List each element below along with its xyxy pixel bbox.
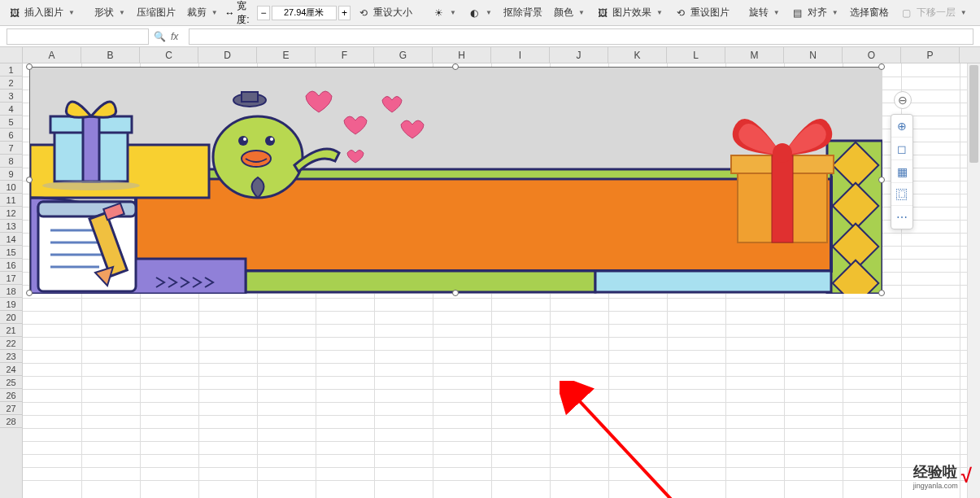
column-header[interactable]: B xyxy=(81,47,140,63)
resize-handle-tl[interactable] xyxy=(26,63,33,70)
resize-handle-tm[interactable] xyxy=(452,63,459,70)
row-header[interactable]: 8 xyxy=(0,155,22,168)
color-label: 颜色 xyxy=(554,6,573,20)
resize-handle-br[interactable] xyxy=(878,290,885,296)
fx-icon[interactable]: fx xyxy=(171,31,184,42)
row-header[interactable]: 22 xyxy=(0,337,22,350)
resize-handle-bm[interactable] xyxy=(452,290,459,296)
cell-grid[interactable] xyxy=(23,63,980,498)
column-header[interactable]: H xyxy=(433,47,491,63)
remove-bg-button[interactable]: 抠除背景 xyxy=(499,4,547,21)
row-headers: 1234567891011121314151617181920212223242… xyxy=(0,63,23,498)
row-header[interactable]: 15 xyxy=(0,246,22,259)
row-header[interactable]: 14 xyxy=(0,233,22,246)
row-header[interactable]: 28 xyxy=(0,415,22,428)
row-header[interactable]: 24 xyxy=(0,363,22,376)
row-header[interactable]: 3 xyxy=(0,90,22,103)
copy-float-button[interactable]: ⿴ xyxy=(891,183,912,206)
name-box[interactable] xyxy=(7,28,149,45)
row-header[interactable]: 5 xyxy=(0,116,22,129)
floating-image-toolbar: ⊕ ◻ ▦ ⿴ ⋯ xyxy=(891,114,913,229)
row-header[interactable]: 4 xyxy=(0,103,22,116)
width-increase-button[interactable]: + xyxy=(338,6,351,20)
rotate-button[interactable]: 旋转 ▼ xyxy=(744,4,785,21)
row-header[interactable]: 26 xyxy=(0,389,22,402)
ribbon-toolbar: 🖼 插入图片 ▼ 形状 ▼ 压缩图片 裁剪 ▼ ↔ 宽度: − + ⟲ 重设大小… xyxy=(0,0,980,26)
resize-handle-bl[interactable] xyxy=(26,290,33,296)
row-header[interactable]: 11 xyxy=(0,194,22,207)
search-icon[interactable]: 🔍 xyxy=(154,31,166,42)
svg-rect-23 xyxy=(83,116,99,181)
column-header[interactable]: D xyxy=(198,47,257,63)
resize-handle-mr[interactable] xyxy=(878,177,885,183)
watermark: 经验啦 jingyanla.com √ xyxy=(913,462,972,490)
row-header[interactable]: 23 xyxy=(0,350,22,363)
row-header[interactable]: 9 xyxy=(0,168,22,181)
crop-label: 裁剪 xyxy=(187,6,207,20)
color-button[interactable]: 颜色 ▼ xyxy=(549,4,590,21)
column-header[interactable]: L xyxy=(667,47,725,63)
send-back-button[interactable]: ▢ 下移一层 ▼ xyxy=(895,4,972,21)
width-decrease-button[interactable]: − xyxy=(257,6,269,20)
row-header[interactable]: 19 xyxy=(0,298,22,311)
shape-label: 形状 xyxy=(94,6,114,20)
row-header[interactable]: 17 xyxy=(0,272,22,285)
column-header[interactable]: I xyxy=(491,47,550,63)
width-input[interactable] xyxy=(272,6,337,20)
reset-image-button[interactable]: ⟲ 重设图片 xyxy=(669,4,734,21)
more-icon: ⋯ xyxy=(896,211,908,224)
row-header[interactable]: 6 xyxy=(0,129,22,142)
collapse-float-button[interactable]: ⊖ xyxy=(894,91,912,109)
check-icon: √ xyxy=(961,465,972,487)
row-header[interactable]: 12 xyxy=(0,207,22,220)
column-headers: ABCDEFGHIJKLMNOP xyxy=(23,47,980,63)
row-header[interactable]: 2 xyxy=(0,76,22,90)
column-header[interactable]: C xyxy=(140,47,198,63)
vertical-scrollbar[interactable] xyxy=(967,63,980,498)
layers-float-button[interactable]: ▦ xyxy=(891,160,912,183)
align-button[interactable]: ▤ 对齐 ▼ xyxy=(786,4,843,21)
column-header[interactable]: P xyxy=(901,47,960,63)
column-header[interactable]: N xyxy=(784,47,843,63)
column-header[interactable]: E xyxy=(257,47,316,63)
column-header[interactable]: K xyxy=(608,47,667,63)
row-header[interactable]: 25 xyxy=(0,376,22,389)
effects-button[interactable]: 🖼 图片效果 ▼ xyxy=(591,4,668,21)
reset-size-label: 重设大小 xyxy=(373,6,412,20)
row-header[interactable]: 16 xyxy=(0,259,22,272)
crop-float-button[interactable]: ◻ xyxy=(891,138,912,160)
contrast-button[interactable]: ◐ ▼ xyxy=(463,5,497,21)
compress-button[interactable]: 压缩图片 xyxy=(132,4,181,21)
svg-rect-9 xyxy=(595,271,831,292)
select-all-corner[interactable] xyxy=(0,47,23,63)
column-header[interactable]: O xyxy=(843,47,901,63)
reset-size-button[interactable]: ⟲ 重设大小 xyxy=(352,4,417,21)
row-header[interactable]: 13 xyxy=(0,220,22,233)
selected-image-object[interactable] xyxy=(29,67,882,293)
resize-handle-ml[interactable] xyxy=(26,177,33,183)
column-header[interactable]: F xyxy=(316,47,374,63)
column-header[interactable]: A xyxy=(23,47,81,63)
dropdown-arrow-icon: ▼ xyxy=(832,9,838,16)
column-header[interactable]: G xyxy=(374,47,433,63)
row-header[interactable]: 7 xyxy=(0,142,22,155)
resize-handle-tr[interactable] xyxy=(878,63,885,70)
row-header[interactable]: 27 xyxy=(0,402,22,415)
brightness-button[interactable]: ☀ ▼ xyxy=(427,5,461,21)
row-header[interactable]: 18 xyxy=(0,285,22,298)
scrollbar-thumb[interactable] xyxy=(969,65,978,163)
more-float-button[interactable]: ⋯ xyxy=(891,206,912,229)
column-header[interactable]: M xyxy=(725,47,784,63)
row-header[interactable]: 21 xyxy=(0,324,22,337)
select-pane-button[interactable]: 选择窗格 xyxy=(845,4,894,21)
formula-input[interactable] xyxy=(189,28,973,45)
row-header[interactable]: 20 xyxy=(0,311,22,324)
crop-button[interactable]: 裁剪 ▼ xyxy=(182,4,223,21)
row-header[interactable]: 10 xyxy=(0,181,22,194)
zoom-float-button[interactable]: ⊕ xyxy=(891,115,912,138)
column-header[interactable]: J xyxy=(550,47,608,63)
row-header[interactable]: 1 xyxy=(0,63,22,76)
insert-image-button[interactable]: 🖼 插入图片 ▼ xyxy=(3,4,80,21)
shape-button[interactable]: 形状 ▼ xyxy=(89,4,130,21)
dropdown-arrow-icon: ▼ xyxy=(773,9,780,16)
